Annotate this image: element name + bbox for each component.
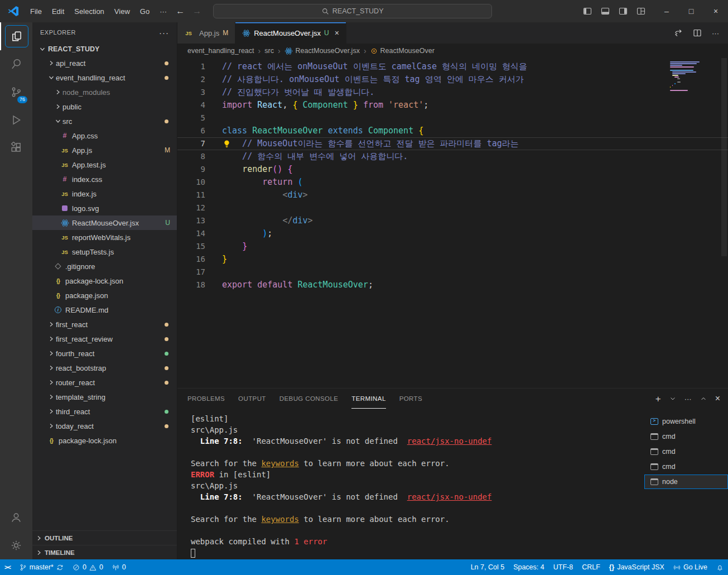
terminal-instance-cmd[interactable]: cmd xyxy=(644,459,728,474)
close-panel-icon[interactable]: × xyxy=(715,394,720,404)
tree-item-index.css[interactable]: #index.css xyxy=(32,172,177,186)
terminal-instance-cmd[interactable]: cmd xyxy=(644,444,728,459)
breadcrumb-item-ReactMouseOver[interactable]: ReactMouseOver xyxy=(370,47,435,55)
terminal-link[interactable]: keywords xyxy=(261,515,298,524)
account-icon[interactable] xyxy=(0,504,32,531)
split-editor-icon[interactable] xyxy=(693,28,702,37)
new-terminal-icon[interactable]: + xyxy=(655,394,661,404)
notifications-bell[interactable] xyxy=(712,559,728,575)
explorer-activity-icon[interactable] xyxy=(0,22,32,50)
tree-item-ReactMouseOver.jsx[interactable]: ReactMouseOver.jsxU xyxy=(32,215,177,230)
toggle-sidebar-icon[interactable] xyxy=(583,7,592,16)
minimize-icon[interactable]: – xyxy=(654,0,679,22)
go-live-button[interactable]: Go Live xyxy=(669,559,712,575)
minimap[interactable] xyxy=(670,61,719,92)
close-window-icon[interactable]: × xyxy=(703,0,728,22)
code-line-11[interactable]: 11 <div> xyxy=(177,189,728,202)
tab-app-js[interactable]: JS App.js M xyxy=(177,22,235,44)
command-center-search[interactable]: REACT_STUDY xyxy=(213,4,492,18)
code-line-15[interactable]: 15 } xyxy=(177,240,728,253)
breadcrumb-item-src[interactable]: src xyxy=(264,47,274,55)
language-mode[interactable]: {}JavaScript JSX xyxy=(605,559,669,575)
remote-indicator[interactable]: >< xyxy=(0,559,15,575)
run-debug-activity-icon[interactable] xyxy=(0,106,32,134)
tree-item-package-lock.json[interactable]: {}package-lock.json xyxy=(32,274,177,288)
terminal-instance-cmd[interactable]: cmd xyxy=(644,429,728,444)
close-icon[interactable]: × xyxy=(335,28,339,37)
code-line-7[interactable]: 7 // MouseOut이라는 함수를 선언하고 전달 받은 파라미터를 ta… xyxy=(177,137,728,150)
ports-status[interactable]: 0 xyxy=(108,559,131,575)
code-line-5[interactable]: 5 xyxy=(177,112,728,124)
tree-item-package.json[interactable]: {}package.json xyxy=(32,288,177,303)
terminal-output[interactable]: [eslint]src\App.js Line 7:8: 'ReactMouse… xyxy=(177,409,644,559)
tree-item-index.js[interactable]: JSindex.js xyxy=(32,186,177,201)
tree-item-first_react[interactable]: first_react xyxy=(32,317,177,332)
terminal-link[interactable]: react/jsx-no-undef xyxy=(407,492,492,501)
breadcrumb-item-event_handling_react[interactable]: event_handling_react xyxy=(187,47,254,55)
code-line-1[interactable]: 1// react 에서는 onMouseOut 이벤트도 camelCase … xyxy=(177,60,728,73)
cursor-position[interactable]: Ln 7, Col 5 xyxy=(466,559,509,575)
code-line-3[interactable]: 3// 진입했다가 벗어날 때 발생합니다. xyxy=(177,86,728,99)
panel-tab-ports[interactable]: PORTS xyxy=(399,389,422,409)
maximize-icon[interactable]: □ xyxy=(679,0,703,22)
panel-tab-debug-console[interactable]: DEBUG CONSOLE xyxy=(279,389,339,409)
panel-tab-output[interactable]: OUTPUT xyxy=(238,389,266,409)
code-line-6[interactable]: 6class ReactMouseOver extends Component … xyxy=(177,124,728,137)
menu-go[interactable]: Go xyxy=(135,5,155,18)
source-control-activity-icon[interactable]: 76 xyxy=(0,78,32,106)
tree-item-third_react[interactable]: third_react xyxy=(32,404,177,419)
menu-selection[interactable]: Selection xyxy=(69,5,109,18)
outline-section[interactable]: OUTLINE xyxy=(32,530,177,545)
encoding-setting[interactable]: UTF-8 xyxy=(549,559,577,575)
open-changes-icon[interactable] xyxy=(674,28,683,37)
breadcrumb-item-ReactMouseOver.jsx[interactable]: ReactMouseOver.jsx xyxy=(285,47,360,55)
more-actions-icon[interactable]: ··· xyxy=(712,29,719,37)
lightbulb-icon[interactable] xyxy=(223,139,232,148)
tree-item-README.md[interactable]: iREADME.md xyxy=(32,303,177,317)
back-arrow-icon[interactable]: ← xyxy=(176,6,185,16)
tree-item-App.css[interactable]: #App.css xyxy=(32,128,177,143)
git-branch-status[interactable]: master* xyxy=(15,559,68,575)
tree-item-src[interactable]: src xyxy=(32,114,177,128)
editor-scrollbar[interactable] xyxy=(721,58,727,256)
toggle-secondary-sidebar-icon[interactable] xyxy=(619,7,628,16)
tab-reactmouseover-jsx[interactable]: ReactMouseOver.jsx U × xyxy=(235,22,346,44)
tree-item-App.js[interactable]: JSApp.jsM xyxy=(32,143,177,157)
menu-more-icon[interactable]: ··· xyxy=(155,5,172,18)
menu-file[interactable]: File xyxy=(25,5,47,18)
tree-item-App.test.js[interactable]: JSApp.test.js xyxy=(32,157,177,172)
terminal-dropdown-chevron-icon[interactable] xyxy=(669,395,676,402)
tree-item-setupTests.js[interactable]: JSsetupTests.js xyxy=(32,245,177,259)
eol-setting[interactable]: CRLF xyxy=(577,559,605,575)
tree-root-react-study[interactable]: REACT_STUDY xyxy=(32,42,177,56)
code-line-10[interactable]: 10 return ( xyxy=(177,176,728,189)
menu-view[interactable]: View xyxy=(109,5,135,18)
maximize-panel-icon[interactable] xyxy=(700,395,707,402)
tree-item-router_react[interactable]: router_react xyxy=(32,375,177,390)
tree-item-first_react_review[interactable]: first_react_review xyxy=(32,332,177,346)
code-line-2[interactable]: 2// 사용합니다. onMouseOut 이벤트는 특정 tag 영역 안에 … xyxy=(177,73,728,86)
tree-item-package-lock.json[interactable]: {}package-lock.json xyxy=(32,433,177,448)
tree-item-fourth_react[interactable]: fourth_react xyxy=(32,346,177,361)
tree-item-react_bootstrap[interactable]: react_bootstrap xyxy=(32,361,177,375)
more-actions-icon[interactable]: ··· xyxy=(159,28,169,37)
terminal-instance-node[interactable]: node xyxy=(644,475,728,489)
settings-gear-icon[interactable] xyxy=(0,531,32,559)
customize-layout-icon[interactable] xyxy=(637,7,645,16)
code-line-14[interactable]: 14 ); xyxy=(177,227,728,240)
code-line-8[interactable]: 8 // 함수의 내부 변수에 넣어 사용합니다. xyxy=(177,150,728,163)
problems-status[interactable]: 0 0 xyxy=(68,559,108,575)
code-editor[interactable]: 1// react 에서는 onMouseOut 이벤트도 camelCase … xyxy=(177,58,728,388)
tree-item-api_react[interactable]: api_react xyxy=(32,56,177,70)
code-line-18[interactable]: 18export default ReactMouseOver; xyxy=(177,279,728,291)
toggle-panel-icon[interactable] xyxy=(601,7,610,16)
timeline-section[interactable]: TIMELINE xyxy=(32,545,177,559)
code-line-17[interactable]: 17 xyxy=(177,266,728,279)
menu-edit[interactable]: Edit xyxy=(47,5,69,18)
code-line-9[interactable]: 9 render() { xyxy=(177,163,728,176)
extensions-activity-icon[interactable] xyxy=(0,134,32,162)
code-line-4[interactable]: 4import React, { Component } from 'react… xyxy=(177,99,728,112)
panel-tab-problems[interactable]: PROBLEMS xyxy=(187,389,225,409)
code-line-13[interactable]: 13 </div> xyxy=(177,214,728,227)
terminal-link[interactable]: react/jsx-no-undef xyxy=(407,437,492,445)
